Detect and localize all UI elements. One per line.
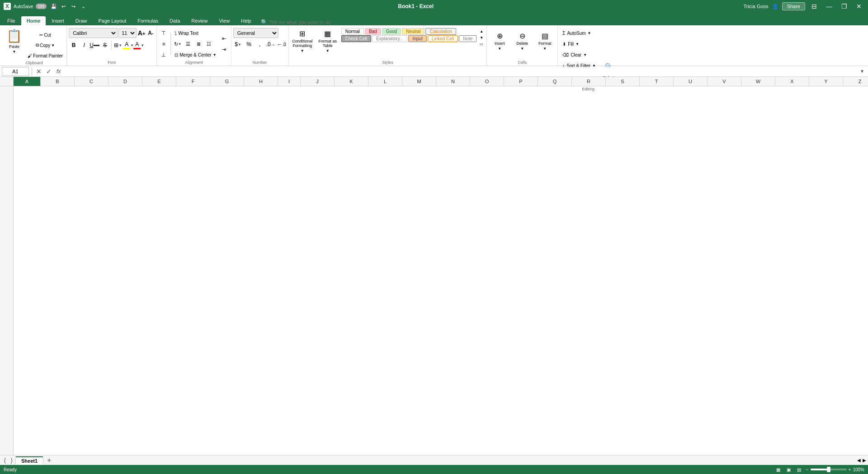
col-header-t[interactable]: T [640, 77, 674, 86]
col-header-y[interactable]: Y [809, 77, 843, 86]
col-header-f[interactable]: F [176, 77, 210, 86]
number-format-select[interactable]: General [233, 28, 278, 38]
tab-review[interactable]: Review [186, 16, 213, 25]
style-linked-cell[interactable]: Linked Cell [428, 35, 458, 42]
zoom-in-button[interactable]: + [849, 467, 851, 472]
comma-button[interactable]: , [255, 39, 265, 49]
copy-dropdown-arrow[interactable]: ▼ [51, 43, 55, 47]
col-header-l[interactable]: L [368, 77, 402, 86]
paste-dropdown-arrow[interactable]: ▼ [13, 50, 16, 54]
customize-icon[interactable]: ⌄ [79, 2, 88, 11]
fill-color-button[interactable]: A ▼ [123, 40, 133, 50]
cut-button[interactable]: ✂ Cut [26, 30, 65, 40]
fill-dropdown[interactable]: ▼ [576, 42, 579, 46]
fill-button[interactable]: ⬇ Fill ▼ [560, 39, 582, 49]
style-check-cell[interactable]: Check Cell [341, 35, 371, 42]
scroll-left-indicator[interactable]: ◀ [857, 458, 861, 463]
format-painter-button[interactable]: 🖌 Format Painter [26, 51, 65, 61]
format-as-table-button[interactable]: ▦ Format as Table ▼ [316, 28, 340, 54]
col-header-s[interactable]: S [606, 77, 640, 86]
tab-insert[interactable]: Insert [46, 16, 70, 25]
style-bad[interactable]: Bad [365, 28, 381, 35]
col-header-i[interactable]: I [278, 77, 301, 86]
undo-icon[interactable]: ↩ [59, 2, 68, 11]
page-break-view-button[interactable]: ▤ [796, 467, 802, 472]
style-calculation[interactable]: Calculation [425, 28, 456, 35]
style-neutral[interactable]: Neutral [402, 28, 425, 35]
sheet-nav-left[interactable]: ⟨ [2, 457, 8, 464]
align-bottom-button[interactable]: ⊥ [159, 50, 169, 60]
delete-button[interactable]: ⊖ Delete ▼ [511, 28, 533, 54]
orient-button[interactable]: ↻▼ [173, 39, 183, 49]
col-header-u[interactable]: U [674, 77, 708, 86]
col-header-o[interactable]: O [470, 77, 504, 86]
sheet-nav-right[interactable]: ⟩ [9, 457, 14, 464]
normal-view-button[interactable]: ▦ [775, 467, 782, 472]
insert-button[interactable]: ⊕ Insert ▼ [489, 28, 510, 54]
delete-dropdown[interactable]: ▼ [520, 47, 524, 51]
border-button[interactable]: ⊞▼ [113, 40, 123, 50]
conditional-format-dropdown[interactable]: ▼ [301, 49, 304, 53]
align-right-button[interactable]: ☷ [204, 39, 214, 49]
clear-dropdown[interactable]: ▼ [583, 53, 587, 57]
align-left-button[interactable]: ☰ [183, 39, 193, 49]
grid[interactable] [14, 86, 868, 455]
search-input[interactable] [268, 19, 358, 25]
font-size-select[interactable]: 11 [118, 28, 137, 38]
underline-button[interactable]: U [90, 40, 99, 50]
save-icon[interactable]: 💾 [49, 2, 58, 11]
style-good[interactable]: Good [382, 28, 401, 35]
decrease-decimal-button[interactable]: ←.0 [277, 39, 287, 49]
add-sheet-button[interactable]: + [44, 456, 54, 465]
decrease-indent-button[interactable]: ⇤ [219, 33, 229, 43]
decrease-font-button[interactable]: A- [146, 29, 155, 37]
copy-button[interactable]: ⧉ Copy ▼ [26, 40, 65, 50]
tab-file[interactable]: File [2, 16, 21, 25]
redo-icon[interactable]: ↪ [69, 2, 78, 11]
share-button[interactable]: Share [782, 2, 805, 10]
col-header-r[interactable]: R [572, 77, 606, 86]
clear-button[interactable]: ⌫ Clear ▼ [560, 50, 590, 60]
merge-center-button[interactable]: ⊡ Merge & Center ▼ [173, 50, 218, 60]
tab-data[interactable]: Data [164, 16, 185, 25]
minimize-button[interactable]: — [823, 2, 835, 11]
col-header-p[interactable]: P [504, 77, 538, 86]
autosave-toggle[interactable]: ON [36, 4, 47, 9]
formula-cancel-button[interactable]: ✕ [35, 68, 43, 75]
tab-formulas[interactable]: Formulas [132, 16, 164, 25]
col-header-d[interactable]: D [108, 77, 142, 86]
grid-container[interactable] [0, 86, 868, 455]
insert-dropdown[interactable]: ▼ [498, 47, 501, 51]
format-button[interactable]: ▤ Format ▼ [534, 28, 556, 54]
col-header-v[interactable]: V [708, 77, 741, 86]
autosum-button[interactable]: Σ AutoSum ▼ [560, 28, 594, 38]
styles-scroll-up[interactable]: ▲ [478, 28, 485, 34]
tab-draw[interactable]: Draw [70, 16, 93, 25]
format-dropdown[interactable]: ▼ [543, 47, 547, 51]
col-header-a[interactable]: A [14, 77, 41, 86]
col-header-w[interactable]: W [741, 77, 775, 86]
restore-button[interactable]: ❐ [839, 2, 850, 11]
zoom-out-button[interactable]: − [806, 467, 809, 472]
col-header-k[interactable]: K [335, 77, 368, 86]
bold-button[interactable]: B [69, 40, 79, 50]
col-header-j[interactable]: J [301, 77, 335, 86]
formula-input[interactable] [63, 67, 857, 76]
tab-help[interactable]: Help [236, 16, 257, 25]
percent-button[interactable]: % [244, 39, 254, 49]
conditional-formatting-button[interactable]: ⊞ Conditional Formatting ▼ [291, 28, 314, 54]
font-color-button[interactable]: A ▼ [134, 40, 144, 50]
col-header-h[interactable]: H [244, 77, 278, 86]
autosum-dropdown[interactable]: ▼ [588, 31, 591, 35]
col-header-x[interactable]: X [775, 77, 809, 86]
scroll-right-indicator[interactable]: ▶ [863, 458, 866, 463]
increase-font-button[interactable]: A+ [137, 29, 146, 37]
align-middle-button[interactable]: ≡ [159, 39, 169, 49]
styles-scroll-down[interactable]: ▼ [478, 34, 485, 41]
align-center-button[interactable]: ≣ [193, 39, 203, 49]
col-header-m[interactable]: M [402, 77, 436, 86]
italic-button[interactable]: I [79, 40, 89, 50]
col-header-e[interactable]: E [142, 77, 176, 86]
style-input[interactable]: Input [408, 35, 426, 42]
col-header-q[interactable]: Q [538, 77, 572, 86]
